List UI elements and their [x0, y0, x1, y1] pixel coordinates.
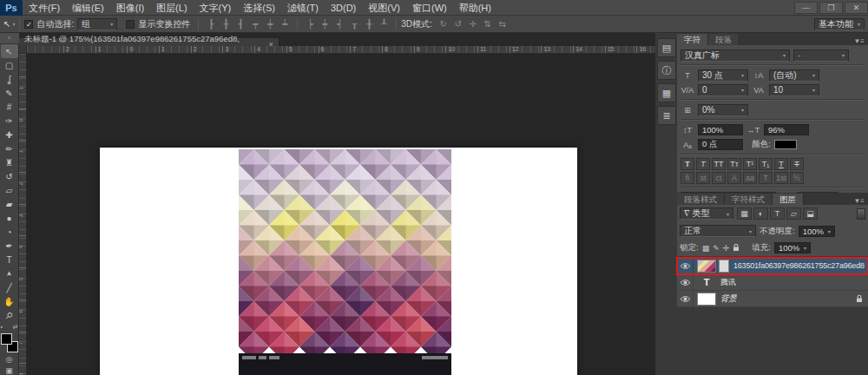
- tab-character-styles[interactable]: 字符样式: [725, 194, 773, 205]
- kerning-select[interactable]: 0▾: [698, 84, 748, 96]
- screen-mode-icon[interactable]: ▣: [5, 366, 13, 375]
- lasso-tool[interactable]: ʆ: [1, 72, 18, 86]
- distribute-icon-1[interactable]: ┿: [319, 18, 331, 30]
- distribute-icon-0[interactable]: ┝: [304, 18, 316, 30]
- brush-tool[interactable]: ✏: [1, 141, 18, 155]
- type-style-button-1[interactable]: T: [696, 158, 710, 170]
- 3d-mode-icon-2[interactable]: ✛: [467, 18, 479, 30]
- opentype-button-6[interactable]: 1st: [774, 172, 788, 184]
- panel-menu-icon[interactable]: ▼≡: [853, 37, 868, 45]
- layer-filter-icon-3[interactable]: ▱: [786, 207, 801, 220]
- layer-row[interactable]: 背景: [677, 291, 868, 307]
- type-style-button-6[interactable]: T: [774, 158, 788, 170]
- line-tool[interactable]: ╱: [1, 280, 18, 294]
- menu-item-1[interactable]: 编辑(E): [66, 0, 110, 16]
- align-icon-0[interactable]: ┠: [205, 18, 217, 30]
- layer-row[interactable]: 163501fa06397e986261755c27a96ed8: [677, 258, 868, 274]
- menu-item-2[interactable]: 图像(I): [110, 0, 150, 16]
- layer-visibility-toggle[interactable]: [677, 274, 694, 291]
- layer-filter-icon-4[interactable]: ⬓: [803, 207, 818, 220]
- 3d-mode-icon-0[interactable]: ↻: [437, 18, 450, 30]
- quick-mask-icon[interactable]: ◎: [6, 355, 13, 364]
- layer-filter-select[interactable]: ∇ 类型▾: [680, 207, 733, 220]
- menu-item-3[interactable]: 图层(L): [150, 0, 193, 16]
- type-tool[interactable]: T: [1, 253, 18, 266]
- move-tool[interactable]: ↖: [1, 44, 18, 58]
- eraser-tool[interactable]: ▱: [1, 183, 18, 197]
- menu-item-5[interactable]: 选择(S): [237, 0, 281, 16]
- menu-item-7[interactable]: 3D(D): [325, 0, 362, 16]
- layer-visibility-toggle[interactable]: [677, 291, 694, 307]
- layer-filter-icon-0[interactable]: ▦: [737, 207, 752, 220]
- eyedropper-tool[interactable]: ✑: [1, 114, 18, 128]
- font-family-select[interactable]: 汉真广标▾: [681, 49, 790, 62]
- align-icon-4[interactable]: ┿: [264, 18, 276, 30]
- placed-image[interactable]: [239, 149, 451, 375]
- opentype-button-5[interactable]: T: [759, 172, 773, 184]
- tab-character[interactable]: 字符: [677, 34, 708, 45]
- tab-paragraph-styles[interactable]: 段落样式: [677, 194, 725, 205]
- layer-row[interactable]: T腾讯: [677, 274, 868, 291]
- 3d-mode-icon-1[interactable]: ↺: [452, 18, 464, 30]
- proportional-spacing-select[interactable]: 0%▾: [698, 104, 748, 116]
- type-style-button-7[interactable]: T: [790, 158, 804, 170]
- swap-colors-icon[interactable]: ⇄: [13, 324, 18, 331]
- panel-icon-styles[interactable]: ≣: [657, 106, 676, 125]
- marquee-tool[interactable]: ▢: [1, 58, 18, 72]
- align-icon-1[interactable]: ╂: [220, 18, 232, 30]
- distribute-icon-3[interactable]: ┰: [348, 18, 360, 30]
- 3d-mode-icon-3[interactable]: ⇅: [482, 18, 494, 30]
- font-size-select[interactable]: 30 点▾: [698, 69, 748, 82]
- distribute-icon-5[interactable]: ┸: [378, 18, 390, 30]
- vertical-scale-field[interactable]: 100%: [698, 124, 743, 135]
- toolbox-grip[interactable]: ≡: [0, 33, 19, 44]
- text-color-swatch[interactable]: [774, 140, 797, 149]
- 3d-mode-icon-4[interactable]: ⇆: [496, 18, 509, 30]
- opentype-button-3[interactable]: A: [727, 172, 741, 184]
- foreground-color-swatch[interactable]: [1, 333, 12, 345]
- opentype-button-1[interactable]: st: [696, 172, 710, 184]
- default-colors-icon[interactable]: ▪: [1, 324, 3, 331]
- filter-toggle-switch[interactable]: [857, 208, 865, 220]
- close-button[interactable]: ✕: [845, 2, 868, 14]
- opentype-button-0[interactable]: fi: [681, 172, 694, 184]
- type-style-button-4[interactable]: T¹: [743, 158, 757, 170]
- panel-icon-info[interactable]: ⓘ: [657, 61, 676, 80]
- panel-icon-properties[interactable]: ▦: [657, 83, 676, 102]
- font-style-select[interactable]: -▾: [793, 49, 849, 62]
- minimize-button[interactable]: —: [794, 2, 818, 14]
- crop-tool[interactable]: #: [1, 100, 18, 114]
- hand-tool[interactable]: ✋: [1, 294, 18, 308]
- baseline-shift-field[interactable]: 0 点: [698, 139, 743, 150]
- align-icon-5[interactable]: ┷: [279, 18, 291, 30]
- tab-paragraph[interactable]: 段落: [708, 34, 740, 45]
- layer-filter-icon-2[interactable]: T: [770, 207, 785, 220]
- distribute-icon-2[interactable]: ┥: [333, 18, 345, 30]
- dodge-tool[interactable]: ◔: [1, 225, 18, 239]
- lock-icon-1[interactable]: ✎: [713, 244, 720, 253]
- distribute-icon-4[interactable]: ╂: [363, 18, 375, 30]
- menu-item-0[interactable]: 文件(F): [23, 0, 66, 16]
- type-style-button-3[interactable]: Tᴛ: [727, 158, 741, 170]
- document-canvas[interactable]: [100, 148, 577, 375]
- menu-item-8[interactable]: 视图(V): [362, 0, 406, 16]
- zoom-tool[interactable]: ⚲: [1, 308, 18, 322]
- lock-all-icon[interactable]: [733, 243, 740, 253]
- opacity-field[interactable]: 100%▾: [799, 226, 835, 237]
- type-style-button-0[interactable]: T: [681, 158, 694, 170]
- menu-item-10[interactable]: 帮助(H): [453, 0, 497, 16]
- pen-tool[interactable]: ✒: [1, 239, 18, 253]
- layer-visibility-toggle[interactable]: [677, 258, 694, 274]
- healing-brush-tool[interactable]: ✚: [1, 128, 18, 141]
- type-style-button-2[interactable]: TT: [712, 158, 726, 170]
- horizontal-scale-field[interactable]: 96%: [764, 124, 809, 135]
- auto-select-target-select[interactable]: 组▾: [77, 18, 117, 30]
- align-icon-2[interactable]: ┨: [234, 18, 247, 30]
- show-transform-checkbox[interactable]: ✓: [126, 20, 135, 29]
- history-brush-tool[interactable]: ↺: [1, 169, 18, 183]
- layer-filter-icon-1[interactable]: ◐: [753, 207, 768, 220]
- panel-icon-history[interactable]: ▤: [657, 38, 676, 57]
- opentype-button-2[interactable]: ct: [712, 172, 726, 184]
- menu-item-6[interactable]: 滤镜(T): [281, 0, 325, 16]
- layers-panel-menu-icon[interactable]: ▼≡: [853, 197, 868, 205]
